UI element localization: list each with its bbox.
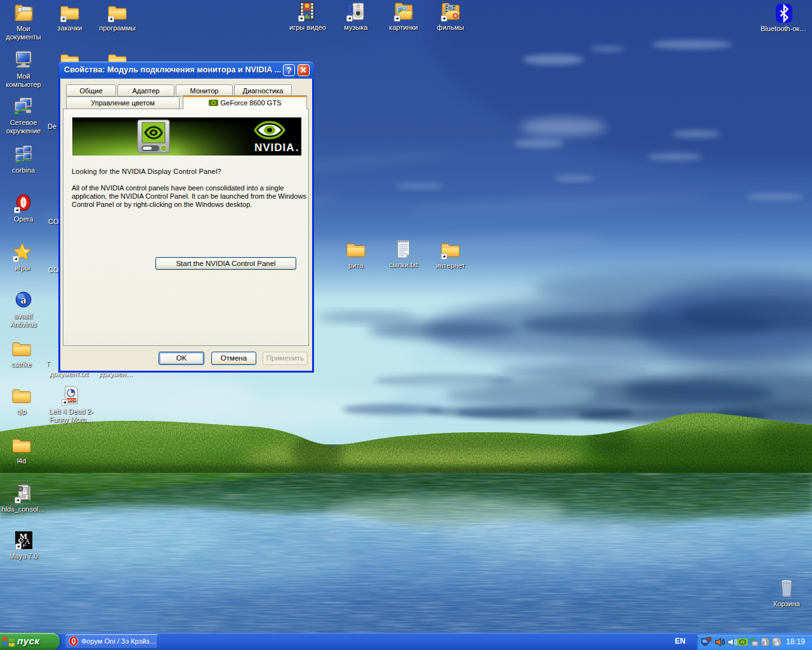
svg-text:A: A [25,537,30,546]
svg-text:NVIDIA: NVIDIA [254,142,295,154]
svg-text:a: a [775,639,779,646]
svg-text:.: . [296,142,299,154]
svg-text:a: a [21,294,27,306]
svg-text:MPG4: MPG4 [67,399,75,402]
svg-text:i: i [764,639,766,646]
